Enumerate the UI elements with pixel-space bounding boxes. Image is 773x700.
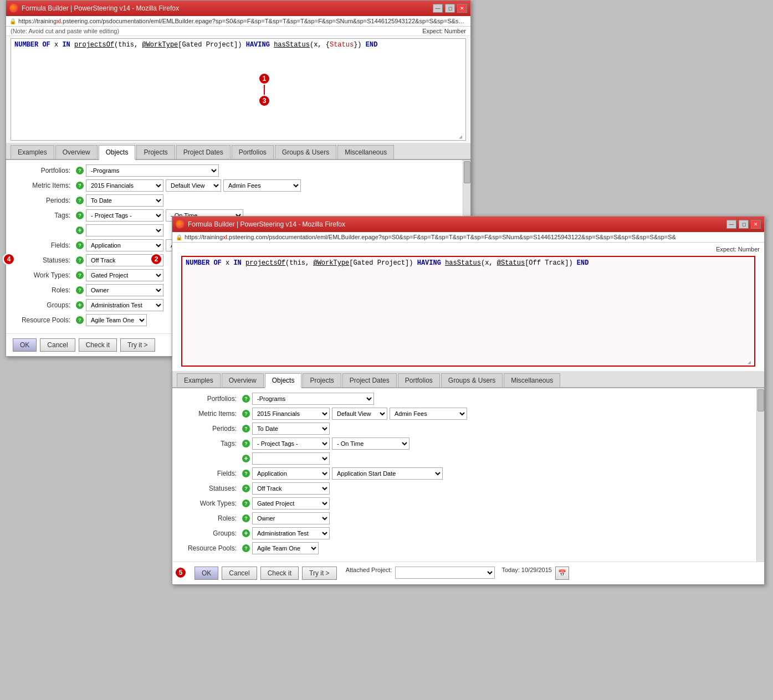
tab-objects-2[interactable]: Objects [265,373,302,388]
minimize-btn-2[interactable]: — [726,220,736,229]
help-statuses-2[interactable]: ? [242,485,250,492]
select-resourcepools-2[interactable]: Agile Team One [252,542,319,554]
help-roles-1[interactable]: ? [76,286,84,294]
select-tags-2b[interactable]: - On Time [332,437,409,450]
try-button-1[interactable]: Try it > [120,338,155,352]
resize-handle-2[interactable]: ◢ [748,359,754,366]
close-btn-1[interactable]: ✕ [457,4,467,13]
formula-text-1: NUMBER OF x IN projectsOf(this, @WorkTyp… [14,41,462,49]
firefox-icon-2 [176,220,185,229]
minimize-btn-1[interactable]: — [433,4,443,13]
select-portfolios-1[interactable]: -Programs [86,164,219,177]
address-bar-2: 🔒 https://trainingxl.psteering.com/psdoc… [172,232,764,243]
select-worktypes-2[interactable]: Gated Project [252,497,330,509]
cancel-button-2[interactable]: Cancel [222,567,257,580]
form-row-metric-2: Metric Items: ? 2015 Financials Default … [179,408,757,420]
select-metric-2b[interactable]: Default View [332,408,387,420]
try-button-2[interactable]: Try it > [302,567,337,580]
tab-misc-1[interactable]: Miscellaneous [337,145,394,159]
tab-portfolios-2[interactable]: Portfolios [398,373,440,387]
select-periods-1[interactable]: To Date [86,194,163,207]
help-fields-1[interactable]: ? [76,241,84,249]
ok-button-2[interactable]: OK [194,567,218,580]
help-statuses-1[interactable]: ? [76,256,84,264]
select-groups-2[interactable]: Administration Test [252,527,330,539]
tab-objects-1[interactable]: Objects [99,145,136,160]
close-btn-2[interactable]: ✕ [751,220,761,229]
tab-projects-2[interactable]: Projects [303,373,341,387]
help-metric-2[interactable]: ? [242,410,250,418]
select-resourcepools-1[interactable]: Agile Team One [86,314,147,326]
select-tags-extra-2[interactable] [252,452,330,465]
select-groups-1[interactable]: Administration Test [86,299,163,311]
check-button-2[interactable]: Check it [260,567,299,580]
select-tags-extra-1[interactable] [86,224,163,236]
select-tags-2a[interactable]: - Project Tags - [252,437,330,450]
cancel-button-1[interactable]: Cancel [40,338,75,352]
tab-overview-1[interactable]: Overview [55,145,98,159]
tab-projectdates-2[interactable]: Project Dates [342,373,397,387]
select-periods-2[interactable]: To Date [252,423,330,435]
help-tags-2[interactable]: ? [242,440,250,447]
select-worktypes-1[interactable]: Gated Project [86,269,163,281]
plus-groups-2[interactable]: + [242,529,250,537]
calendar-btn[interactable]: 📅 [555,567,569,580]
restore-btn-2[interactable]: ◻ [739,220,749,229]
formula-editor-2[interactable]: NUMBER OF x IN projectsOf(this, @WorkTyp… [181,256,755,367]
tab-projectdates-1[interactable]: Project Dates [176,145,231,159]
help-roles-2[interactable]: ? [242,514,250,522]
plus-tags-2[interactable]: + [242,455,250,462]
select-metric-1a[interactable]: 2015 Financials [86,179,163,192]
select-metric-2c[interactable]: Admin Fees [390,408,467,420]
plus-groups-1[interactable]: + [76,301,84,309]
tab-misc-2[interactable]: Miscellaneous [504,373,560,387]
form-row-worktypes-2: Work Types: ? Gated Project [179,497,757,509]
form-row-periods-1: Periods: ? To Date [13,194,464,207]
plus-tags-1[interactable]: + [76,227,84,234]
tab-examples-2[interactable]: Examples [177,373,221,387]
help-resourcepools-1[interactable]: ? [76,316,84,324]
label-periods-2: Periods: [179,425,240,433]
select-metric-1c[interactable]: Admin Fees [223,179,301,192]
help-tags-1[interactable]: ? [76,212,84,219]
tab-examples-1[interactable]: Examples [11,145,54,159]
select-metric-2a[interactable]: 2015 Financials [252,408,330,420]
restore-btn-1[interactable]: ◻ [445,4,455,13]
select-statuses-2[interactable]: Off Track [252,482,330,495]
tab-portfolios-1[interactable]: Portfolios [232,145,274,159]
label-groups-1: Groups: [13,301,74,309]
tab-groups-2[interactable]: Groups & Users [441,373,503,387]
help-worktypes-1[interactable]: ? [76,271,84,279]
help-periods-1[interactable]: ? [76,197,84,204]
select-attached-project[interactable] [395,567,495,579]
check-button-1[interactable]: Check it [79,338,117,352]
titlebar-1: Formula Builder | PowerSteering v14 - Mo… [6,1,470,16]
select-portfolios-2[interactable]: -Programs [252,393,374,405]
help-metric-1[interactable]: ? [76,182,84,189]
select-statuses-1[interactable]: Off Track [86,254,163,266]
select-tags-1a[interactable]: - Project Tags - [86,209,163,222]
help-fields-2[interactable]: ? [242,470,250,477]
label-groups-2: Groups: [179,529,240,537]
formula-editor-1[interactable]: NUMBER OF x IN projectsOf(this, @WorkTyp… [11,38,466,141]
attached-project-label: Attached Project: [346,567,392,580]
select-roles-2[interactable]: Owner [252,512,330,524]
select-fields-2a[interactable]: Application [252,467,330,480]
label-resourcepools-1: Resource Pools: [13,316,74,324]
help-portfolios-1[interactable]: ? [76,167,84,174]
select-fields-2b[interactable]: Application Start Date [332,467,443,480]
help-portfolios-2[interactable]: ? [242,395,250,403]
help-periods-2[interactable]: ? [242,425,250,433]
title-text-2: Formula Builder | PowerSteering v14 - Mo… [188,220,345,228]
select-roles-1[interactable]: Owner [86,284,163,296]
scrollbar-2[interactable] [756,388,764,562]
help-worktypes-2[interactable]: ? [242,500,250,507]
tab-projects-1[interactable]: Projects [136,145,175,159]
select-fields-1a[interactable]: Application [86,239,163,251]
tab-overview-2[interactable]: Overview [222,373,264,387]
ok-button-1[interactable]: OK [13,338,37,352]
select-metric-1b[interactable]: Default View [166,179,221,192]
help-resourcepools-2[interactable]: ? [242,544,250,552]
resize-handle-1[interactable]: ◢ [459,133,465,140]
tab-groups-1[interactable]: Groups & Users [275,145,336,159]
